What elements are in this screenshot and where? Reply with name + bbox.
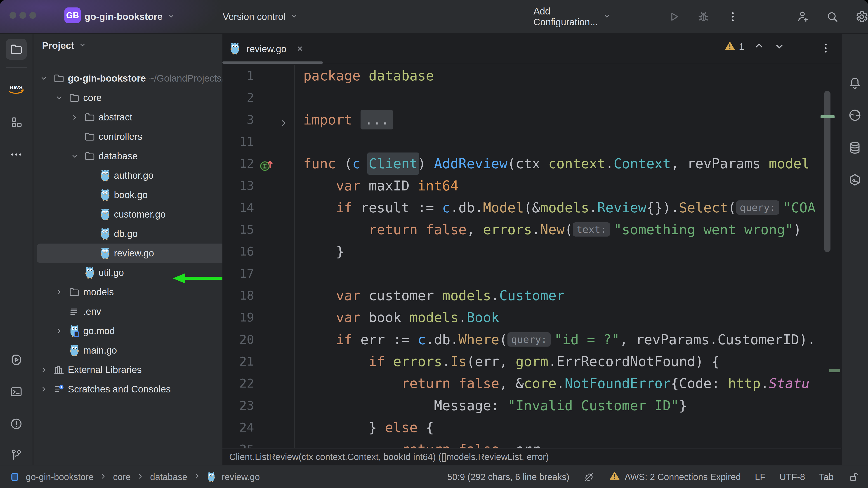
tree-item-controllers[interactable]: controllers — [37, 127, 251, 147]
window-close-icon[interactable] — [9, 12, 16, 19]
aws-tool-button[interactable]: aws — [6, 78, 27, 99]
code-line-3[interactable]: 3import ... — [222, 109, 841, 131]
chevron-right-icon[interactable] — [54, 287, 64, 297]
highlighting-level-icon[interactable] — [583, 471, 595, 483]
code-line-15[interactable]: 15return false, errors.New(text:"somethi… — [222, 219, 841, 240]
tree-item-scratches-and-consoles[interactable]: Scratches and Consoles — [37, 380, 251, 399]
tree-item-book-go[interactable]: book.go — [37, 185, 251, 205]
code-line-23[interactable]: 23Message: "Invalid Customer ID"} — [222, 394, 841, 417]
terminal-tool-button[interactable] — [6, 381, 27, 402]
run-button[interactable] — [667, 9, 681, 24]
tree-item-core[interactable]: core — [37, 88, 251, 107]
file-writable-icon[interactable] — [848, 471, 859, 483]
structure-tool-button[interactable] — [6, 112, 27, 133]
breadcrumb-core[interactable]: core — [113, 472, 131, 482]
chevron-right-icon[interactable] — [39, 365, 49, 375]
code-with-me-button[interactable] — [796, 9, 810, 24]
code-line-18[interactable]: 18var customer models.Customer — [222, 285, 841, 306]
inspection-widget[interactable]: 1 — [724, 41, 785, 53]
window-zoom-icon[interactable] — [29, 12, 36, 19]
dependencies-tool-button[interactable] — [844, 169, 865, 190]
code-line-2[interactable]: 2 — [222, 87, 841, 109]
code-token: return — [401, 442, 450, 449]
close-tab-icon[interactable] — [296, 44, 304, 54]
services-tool-button[interactable] — [6, 349, 27, 370]
code-line-16[interactable]: 16} — [222, 240, 841, 263]
code-line-12[interactable]: 12func (c Client) AddReview(ctx context.… — [222, 153, 841, 175]
folder-icon — [53, 72, 65, 85]
tree-item-go-gin-bookstore[interactable]: go-gin-bookstore ~/GolandProjects/g — [37, 69, 251, 88]
chevron-right-icon[interactable] — [70, 112, 80, 122]
line-ending-text: LF — [755, 472, 765, 482]
version-control-tool-button[interactable] — [6, 445, 27, 465]
tree-item-customer-go[interactable]: customer.go — [37, 205, 251, 224]
project-panel-header[interactable]: Project — [42, 40, 86, 51]
code-line-25[interactable]: 25return false, err — [222, 438, 841, 449]
line-ending-selector[interactable]: LF — [755, 472, 765, 482]
code-line-17[interactable]: 17 — [222, 263, 841, 285]
code-line-14[interactable]: 14if result := c.db.Model(&models.Review… — [222, 197, 841, 219]
next-problem-icon[interactable] — [774, 41, 785, 53]
tree-item-abstract[interactable]: abstract — [37, 107, 251, 127]
more-actions-button[interactable] — [725, 9, 740, 24]
breadcrumb-database[interactable]: database — [150, 472, 187, 482]
tree-item-review-go[interactable]: review.go — [37, 243, 251, 263]
tab-options-icon[interactable] — [819, 42, 832, 55]
code-viewport[interactable]: 1package database23import ...1112func (c… — [222, 65, 841, 449]
tree-item-go-mod[interactable]: go.mod — [37, 321, 251, 341]
code-line-13[interactable]: 13var maxID int64 — [222, 175, 841, 197]
tree-item--env[interactable]: .env — [37, 302, 251, 321]
breadcrumb-review-go[interactable]: review.go — [207, 472, 260, 482]
encoding-selector[interactable]: UTF-8 — [779, 472, 805, 482]
prev-problem-icon[interactable] — [754, 41, 765, 53]
code-line-1[interactable]: 1package database — [222, 65, 841, 87]
breadcrumb-go-gin-bookstore[interactable]: go-gin-bookstore — [9, 471, 94, 483]
tree-item-models[interactable]: models — [37, 283, 251, 302]
code-line-21[interactable]: 21if errors.Is(err, gorm.ErrRecordNotFou… — [222, 350, 841, 372]
chevron-down-icon[interactable] — [70, 151, 80, 161]
caret-position[interactable]: 50:9 (292 chars, 6 line breaks) — [447, 472, 569, 482]
vcs-menu[interactable]: Version control — [223, 0, 298, 33]
code-token: (err, — [467, 354, 516, 369]
code-token: ... — [361, 110, 393, 129]
tree-item-database[interactable]: database — [37, 147, 251, 166]
aws-warning-text: AWS: 2 Connections Expired — [625, 472, 741, 482]
error-stripe-mark[interactable] — [829, 369, 840, 372]
chevron-down-icon[interactable] — [39, 73, 49, 84]
tree-item-main-go[interactable]: main.go — [37, 341, 251, 360]
tab-review-go[interactable]: review.go — [229, 34, 304, 64]
tree-item-author-go[interactable]: author.go — [37, 166, 251, 185]
tree-item-db-go[interactable]: db.go — [37, 224, 251, 243]
indent-selector[interactable]: Tab — [819, 472, 834, 482]
code-line-24[interactable]: 24} else { — [222, 416, 841, 438]
tree-item-external-libraries[interactable]: External Libraries — [37, 360, 251, 380]
debug-button[interactable] — [696, 9, 711, 24]
breadcrumb-label: core — [113, 472, 131, 482]
project-switcher[interactable]: go-gin-bookstore — [85, 0, 175, 33]
code-token: } — [369, 420, 385, 435]
code-token: c — [352, 156, 361, 171]
code-line-11[interactable]: 11 — [222, 131, 841, 153]
go-file-icon — [68, 344, 81, 357]
code-line-20[interactable]: 20if err := c.db.Where(query:"id = ?", r… — [222, 328, 841, 351]
code-token: ( — [728, 200, 736, 216]
code-line-22[interactable]: 22return false, &core.NotFoundError{Code… — [222, 372, 841, 394]
chevron-down-icon[interactable] — [54, 93, 64, 103]
chevron-right-icon[interactable] — [54, 326, 64, 336]
chevron-right-icon[interactable] — [39, 384, 49, 394]
problems-tool-button[interactable] — [6, 414, 27, 434]
settings-button[interactable] — [855, 9, 868, 24]
database-tool-button[interactable] — [844, 137, 865, 158]
code-line-19[interactable]: 19var book models.Book — [222, 306, 841, 328]
ai-assistant-button[interactable] — [844, 105, 865, 126]
more-tool-windows-button[interactable] — [6, 144, 27, 165]
breadcrumb-label: database — [150, 472, 187, 482]
window-minimize-icon[interactable] — [20, 12, 26, 19]
aws-connection-status[interactable]: AWS: 2 Connections Expired — [609, 470, 741, 484]
code-token: int64 — [418, 178, 459, 194]
code-token: model — [769, 156, 810, 171]
search-everywhere-button[interactable] — [825, 9, 839, 24]
error-stripe-mark[interactable] — [820, 115, 835, 119]
project-tool-button[interactable] — [6, 39, 27, 60]
notifications-button[interactable] — [844, 73, 865, 94]
